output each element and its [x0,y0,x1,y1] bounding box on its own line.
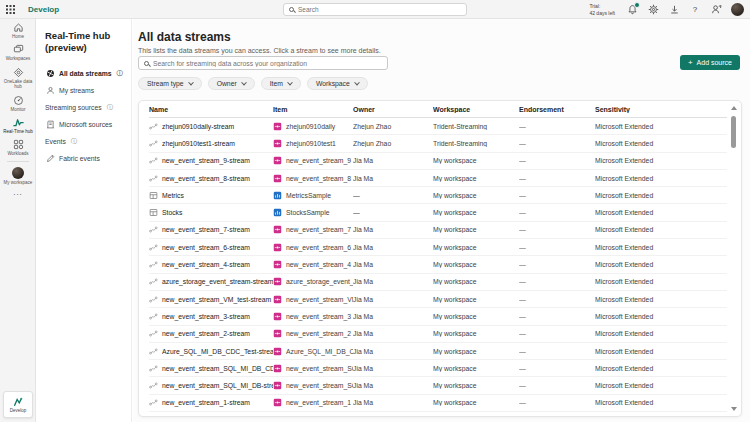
endorsement-text: — [519,244,526,251]
sidebar-item-all-data-streams[interactable]: All data streamsⓘ [45,65,125,82]
workspace-avatar [12,167,24,179]
cell-owner: Jia Ma [353,261,433,268]
cell-sensitivity: Microsoft Extended [595,365,727,372]
table-row[interactable]: new_event_stream_8-streamnew_event_strea… [149,170,727,187]
info-icon[interactable]: ⓘ [71,137,77,146]
add-source-button[interactable]: + Add source [680,55,740,70]
sidebar-item-fabric-events[interactable]: Fabric events [45,150,125,167]
cell-name: new_event_stream_9-stream [149,156,273,165]
table-row[interactable]: new_event_stream_1-streamnew_event_strea… [149,395,727,412]
account-avatar[interactable] [731,3,744,16]
filter-item[interactable]: Item [261,77,301,90]
global-search-box[interactable] [283,3,467,16]
cell-name: zhejun0910test1-stream [149,139,273,148]
table-row[interactable]: zhejun0910daily-streamzhejun0910dailyZhe… [149,118,727,135]
sidebar-item-microsoft-sources[interactable]: Microsoft sources [45,116,125,133]
sidebar-item-my-streams[interactable]: My streams [45,82,125,99]
filter-stream-type[interactable]: Stream type [138,77,202,90]
global-search-input[interactable] [298,6,448,13]
sensitivity-text: Microsoft Extended [595,278,653,285]
name-text: Azure_SQL_MI_DB_CDC_Test-stream [162,348,273,355]
table-row[interactable]: new_event_stream_7-streamnew_event_strea… [149,222,727,239]
scroll-up-icon[interactable] [731,106,737,110]
sensitivity-text: Microsoft Extended [595,226,653,233]
filter-label: Stream type [147,80,184,87]
cell-sensitivity: Microsoft Extended [595,382,727,389]
table-row[interactable]: MetricsMetricsSample—My workspace—Micros… [149,187,727,204]
table-row[interactable]: new_event_stream_3-streamnew_event_strea… [149,308,727,325]
filter-owner[interactable]: Owner [208,77,255,90]
rail-item-realtime-hub[interactable]: Real-Time hub [0,114,36,136]
table-scrollbar[interactable] [729,104,738,413]
column-header-endorsement[interactable]: Endorsement [519,106,595,113]
rail-item-my-workspace[interactable]: My workspace [0,164,36,187]
workspace-text: Trident-Streaming [433,123,487,130]
table-row[interactable]: new_event_stream_6-streamnew_event_strea… [149,239,727,256]
table-row[interactable]: Azure_SQL_MI_DB_CDC_Test-streamAzure_SQL… [149,343,727,360]
table-row[interactable]: zhejun0910test1-streamzhejun0910test1Zhe… [149,135,727,152]
eventstream-icon [273,277,282,286]
rail-item-onelake[interactable]: OneLake data hub [0,64,36,92]
table-row[interactable]: new_event_stream_SQL_MI_DB-streamnew_eve… [149,377,727,394]
cell-owner: Jia Ma [353,157,433,164]
cell-sensitivity: Microsoft Extended [595,209,727,216]
person-icon [45,86,55,95]
table-row[interactable]: new_event_stream-streamnew_event_streamJ… [149,412,727,417]
app-launcher-icon[interactable] [0,0,20,19]
workspace-text: My workspace [433,157,476,164]
home-icon [13,22,24,33]
rail-item-workspaces[interactable]: Workspaces [0,41,36,63]
cell-item: zhejun0910daily [273,122,353,131]
sidebar-item-label: Events [45,138,66,145]
cell-name: azure_storage_event_stream-stream [149,277,273,286]
rail-item-workloads[interactable]: Workloads [0,136,36,158]
info-icon[interactable]: ⓘ [117,69,123,78]
rail-item-more[interactable]: ... [0,187,36,198]
item-text: new_event_stream_2 [286,330,351,337]
column-header-name[interactable]: Name [149,106,273,113]
item-text: new_event_stream_SQL_MI_l [286,382,353,389]
table-row[interactable]: StocksStocksSample—My workspace—Microsof… [149,204,727,221]
cell-item: Azure_SQL_MI_DB_CDC_Test [273,347,353,356]
table-row[interactable]: new_event_stream_2-streamnew_event_strea… [149,326,727,343]
rail-item-label: Home [1,34,35,39]
cell-owner: Zhejun Zhao [353,140,433,147]
table-row[interactable]: azure_storage_event_stream-streamazure_s… [149,274,727,291]
filter-workspace[interactable]: Workspace [307,77,368,90]
column-header-workspace[interactable]: Workspace [433,106,519,113]
scrollbar-thumb[interactable] [731,116,736,148]
column-header-sensitivity[interactable]: Sensitivity [595,106,727,113]
table-row[interactable]: new_event_stream_9-streamnew_event_strea… [149,153,727,170]
name-text: azure_storage_event_stream-stream [162,278,273,285]
rail-item-label: My workspace [1,180,35,185]
stream-search-input[interactable] [153,60,378,67]
feedback-icon[interactable] [710,4,722,16]
sensitivity-text: Microsoft Extended [595,399,653,406]
kql-icon [273,208,282,217]
rail-item-home[interactable]: Home [0,19,36,41]
cell-endorsement: — [519,365,595,372]
eventstream-icon [273,174,282,183]
info-icon[interactable]: ⓘ [107,103,113,112]
cell-owner: Jia Ma [353,226,433,233]
scroll-down-icon[interactable] [731,407,737,411]
download-icon[interactable] [668,4,680,16]
cell-endorsement: — [519,382,595,389]
eventstream-icon [273,312,282,321]
rail-item-monitor[interactable]: Monitor [0,92,36,114]
table-row[interactable]: new_event_stream_SQL_MI_DB_CDC-streamnew… [149,360,727,377]
cell-owner: Jia Ma [353,365,433,372]
column-header-owner[interactable]: Owner [353,106,433,113]
settings-gear-icon[interactable] [647,4,659,16]
notifications-icon[interactable] [626,4,638,16]
endorsement-text: — [519,278,526,285]
column-header-item[interactable]: Item [273,106,353,113]
cell-endorsement: — [519,123,595,130]
sidebar-item-label: Microsoft sources [59,121,112,128]
sidebar-item-label: Streaming sources [45,104,102,111]
table-row[interactable]: new_event_stream_VM_test-streamnew_event… [149,291,727,308]
workload-switcher-develop[interactable]: Develop [3,391,33,418]
stream-search-box[interactable] [138,56,388,70]
help-icon[interactable]: ? [689,4,701,16]
table-row[interactable]: new_event_stream_4-streamnew_event_strea… [149,256,727,273]
